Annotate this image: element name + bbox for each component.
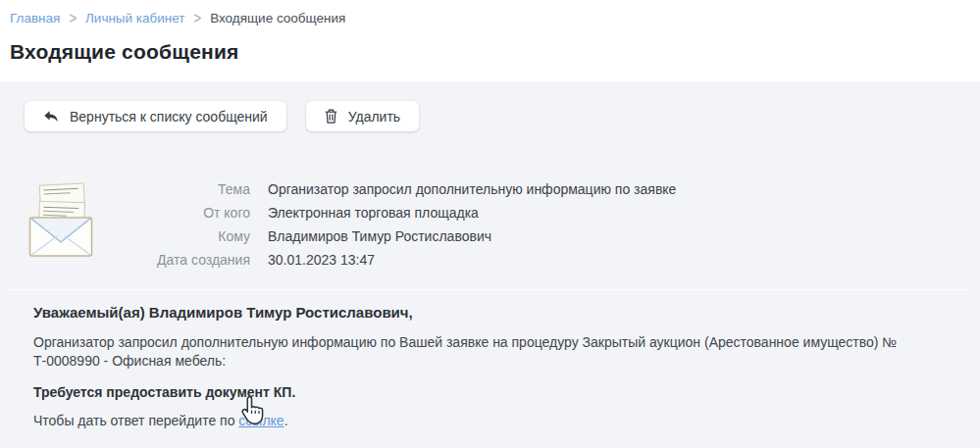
field-value-subject: Организатор запросил дополнительную инфо… <box>268 181 980 198</box>
page-header: Главная > Личный кабинет > Входящие сооб… <box>0 0 980 81</box>
message-body: Уважаемый(ая) Владимиров Тимур Ростислав… <box>0 290 980 428</box>
envelope-icon <box>27 181 94 258</box>
greeting-text: Уважаемый(ая) Владимиров Тимур Ростислав… <box>33 304 966 321</box>
back-button-label: Вернуться к списку сообщений <box>70 109 268 124</box>
breadcrumb-cabinet-link[interactable]: Личный кабинет <box>85 10 185 27</box>
toolbar: Вернуться к списку сообщений Удалить <box>0 81 980 131</box>
body-paragraph: Организатор запросил дополнительную инфо… <box>33 333 966 371</box>
field-label-created: Дата создания <box>94 252 250 269</box>
field-value-from: Электронная торговая площадка <box>268 205 980 222</box>
request-document-text: Требуется предоставить документ КП. <box>33 384 966 400</box>
answer-line: Чтобы дать ответ перейдите по ссылке. <box>33 413 966 428</box>
breadcrumb-home-link[interactable]: Главная <box>10 10 60 27</box>
field-label-to: Кому <box>94 228 250 245</box>
delete-button[interactable]: Удалить <box>306 101 419 131</box>
breadcrumb: Главная > Личный кабинет > Входящие сооб… <box>10 10 970 27</box>
answer-link[interactable]: ссылке <box>238 413 284 428</box>
chevron-right-icon: > <box>194 8 202 30</box>
trash-icon <box>325 109 337 124</box>
message-header: Тема Организатор запросил дополнительную… <box>0 181 980 275</box>
field-label-from: От кого <box>94 205 250 222</box>
answer-line-suffix: . <box>284 413 288 428</box>
back-to-messages-button[interactable]: Вернуться к списку сообщений <box>25 101 286 131</box>
chevron-right-icon: > <box>69 8 77 30</box>
inbox-message-page: { "breadcrumb": { "separator": ">", "ite… <box>0 0 980 448</box>
answer-line-prefix: Чтобы дать ответ перейдите по <box>33 413 238 428</box>
page-title: Входящие сообщения <box>10 40 970 64</box>
message-fields: Тема Организатор запросил дополнительную… <box>94 181 980 269</box>
breadcrumb-current: Входящие сообщения <box>210 10 345 27</box>
content-panel: Вернуться к списку сообщений Удалить <box>0 81 980 448</box>
field-label-subject: Тема <box>94 181 250 198</box>
reply-arrow-icon <box>43 110 59 124</box>
field-value-to: Владимиров Тимур Ростиславович <box>268 228 980 245</box>
field-value-created: 30.01.2023 13:47 <box>268 252 980 269</box>
delete-button-label: Удалить <box>348 109 400 124</box>
